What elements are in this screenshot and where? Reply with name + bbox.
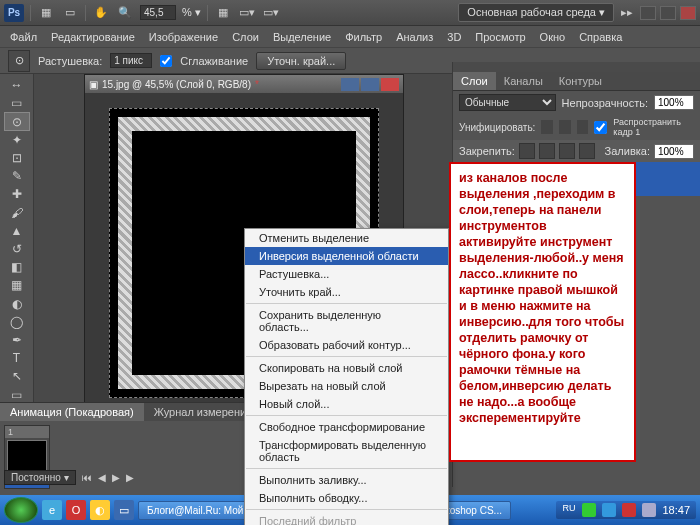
- propagate-checkbox[interactable]: [594, 121, 607, 134]
- history-brush-tool[interactable]: ↺: [4, 240, 30, 258]
- start-button[interactable]: [4, 497, 38, 523]
- hand-icon[interactable]: ✋: [92, 4, 110, 22]
- healing-tool[interactable]: ✚: [4, 185, 30, 203]
- play-icon[interactable]: ▶: [112, 472, 120, 483]
- gradient-tool[interactable]: ▦: [4, 276, 30, 294]
- lock-transparent-icon[interactable]: [519, 143, 535, 159]
- antialias-label: Сглаживание: [180, 55, 248, 67]
- feather-input[interactable]: [110, 53, 152, 68]
- loop-dropdown[interactable]: Постоянно ▾: [4, 470, 76, 485]
- menu-help[interactable]: Справка: [573, 29, 628, 45]
- crop-tool[interactable]: ⊡: [4, 149, 30, 167]
- ctx-transform-selection[interactable]: Трансформировать выделенную область: [245, 436, 448, 466]
- menu-window[interactable]: Окно: [534, 29, 572, 45]
- next-frame-icon[interactable]: ▶: [126, 472, 134, 483]
- lasso-tool[interactable]: ⊙: [4, 112, 30, 130]
- frame-thumb: [7, 440, 47, 474]
- stamp-tool[interactable]: ▲: [4, 222, 30, 240]
- minimize-button[interactable]: [640, 6, 656, 20]
- eyedropper-tool[interactable]: ✎: [4, 167, 30, 185]
- tray-av-icon[interactable]: [622, 503, 636, 517]
- ctx-deselect[interactable]: Отменить выделение: [245, 229, 448, 247]
- zoom-field[interactable]: [140, 5, 176, 20]
- ctx-feather[interactable]: Растушевка...: [245, 265, 448, 283]
- menu-view[interactable]: Просмотр: [469, 29, 531, 45]
- close-button[interactable]: [680, 6, 696, 20]
- unify-position-icon[interactable]: [541, 120, 553, 134]
- ctx-fill[interactable]: Выполнить заливку...: [245, 471, 448, 489]
- mini-bridge-icon[interactable]: ▭: [61, 4, 79, 22]
- doc-maximize-button[interactable]: [361, 78, 379, 91]
- lock-pixels-icon[interactable]: [539, 143, 555, 159]
- doc-arrange-icon[interactable]: ▭▾: [238, 4, 256, 22]
- dodge-tool[interactable]: ◯: [4, 313, 30, 331]
- opacity-field[interactable]: [654, 95, 694, 110]
- view-extras-icon[interactable]: ▦: [214, 4, 232, 22]
- menu-file[interactable]: Файл: [4, 29, 43, 45]
- fill-field[interactable]: [654, 144, 694, 159]
- lock-label: Закрепить:: [459, 145, 515, 157]
- system-tray: RU 18:47: [556, 501, 696, 519]
- ctx-inverse[interactable]: Инверсия выделенной области: [245, 247, 448, 265]
- move-tool[interactable]: ↔: [4, 76, 30, 94]
- unify-visibility-icon[interactable]: [559, 120, 571, 134]
- tab-animation[interactable]: Анимация (Покадровая): [0, 403, 144, 421]
- tab-channels[interactable]: Каналы: [496, 72, 551, 90]
- quicklaunch-desktop-icon[interactable]: ▭: [114, 500, 134, 520]
- photoshop-logo-icon[interactable]: Ps: [4, 4, 24, 22]
- path-tool[interactable]: ↖: [4, 367, 30, 385]
- quicklaunch-opera-icon[interactable]: O: [66, 500, 86, 520]
- magic-wand-tool[interactable]: ✦: [4, 131, 30, 149]
- doc-close-button[interactable]: [381, 78, 399, 91]
- ctx-save-selection[interactable]: Сохранить выделенную область...: [245, 306, 448, 336]
- blur-tool[interactable]: ◐: [4, 294, 30, 312]
- search-icon[interactable]: ▸▸: [618, 4, 636, 22]
- menu-image[interactable]: Изображение: [143, 29, 224, 45]
- maximize-button[interactable]: [660, 6, 676, 20]
- ctx-free-transform[interactable]: Свободное трансформирование: [245, 418, 448, 436]
- first-frame-icon[interactable]: ⏮: [82, 472, 92, 483]
- ctx-layer-via-cut[interactable]: Вырезать на новый слой: [245, 377, 448, 395]
- menu-edit[interactable]: Редактирование: [45, 29, 141, 45]
- lock-position-icon[interactable]: [559, 143, 575, 159]
- type-tool[interactable]: T: [4, 349, 30, 367]
- tray-skype-icon[interactable]: [602, 503, 616, 517]
- quicklaunch-chrome-icon[interactable]: ◐: [90, 500, 110, 520]
- tray-chat-icon[interactable]: [582, 503, 596, 517]
- propagate-label: Распространить кадр 1: [613, 117, 694, 137]
- menu-3d[interactable]: 3D: [441, 29, 467, 45]
- ctx-new-layer[interactable]: Новый слой...: [245, 395, 448, 413]
- bridge-icon[interactable]: ▦: [37, 4, 55, 22]
- workspace-switcher[interactable]: Основная рабочая среда ▾: [458, 3, 614, 22]
- ctx-refine-edge[interactable]: Уточнить край...: [245, 283, 448, 301]
- screen-mode-icon[interactable]: ▭▾: [262, 4, 280, 22]
- eraser-tool[interactable]: ◧: [4, 258, 30, 276]
- menu-layer[interactable]: Слои: [226, 29, 265, 45]
- zoom-icon[interactable]: 🔍: [116, 4, 134, 22]
- menu-filter[interactable]: Фильтр: [339, 29, 388, 45]
- menu-analysis[interactable]: Анализ: [390, 29, 439, 45]
- lock-all-icon[interactable]: [579, 143, 595, 159]
- quicklaunch-ie-icon[interactable]: e: [42, 500, 62, 520]
- ctx-layer-via-copy[interactable]: Скопировать на новый слой: [245, 359, 448, 377]
- refine-edge-button[interactable]: Уточн. край...: [256, 52, 346, 70]
- active-tool-icon[interactable]: ⊙: [8, 50, 30, 72]
- prev-frame-icon[interactable]: ◀: [98, 472, 106, 483]
- antialias-checkbox[interactable]: [160, 55, 172, 67]
- tray-volume-icon[interactable]: [642, 503, 656, 517]
- tray-lang[interactable]: RU: [562, 503, 576, 517]
- doc-minimize-button[interactable]: [341, 78, 359, 91]
- blend-mode-select[interactable]: Обычные: [459, 94, 556, 111]
- pen-tool[interactable]: ✒: [4, 331, 30, 349]
- ctx-make-workpath[interactable]: Образовать рабочий контур...: [245, 336, 448, 354]
- brush-tool[interactable]: 🖌: [4, 203, 30, 221]
- document-titlebar[interactable]: ▣ 15.jpg @ 45,5% (Слой 0, RGB/8) *: [85, 75, 403, 93]
- unify-style-icon[interactable]: [577, 120, 589, 134]
- tab-paths[interactable]: Контуры: [551, 72, 610, 90]
- ctx-stroke[interactable]: Выполнить обводку...: [245, 489, 448, 507]
- marquee-tool[interactable]: ▭: [4, 94, 30, 112]
- shape-tool[interactable]: ▭: [4, 385, 30, 403]
- menu-select[interactable]: Выделение: [267, 29, 337, 45]
- tray-clock[interactable]: 18:47: [662, 504, 690, 516]
- tab-layers[interactable]: Слои: [453, 72, 496, 90]
